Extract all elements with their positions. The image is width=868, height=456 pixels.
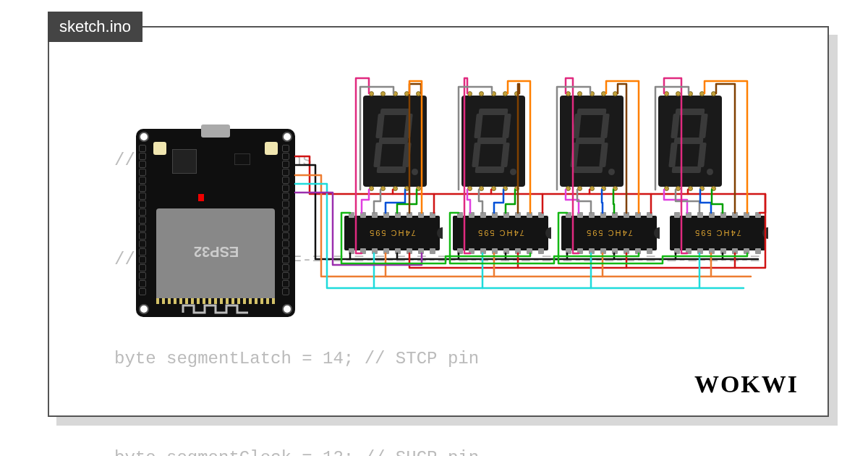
notch-icon xyxy=(545,227,551,239)
notch-icon xyxy=(654,227,660,239)
shift-register-1[interactable]: 74HC 595 xyxy=(344,216,440,250)
mount-hole-icon xyxy=(282,132,292,142)
ic-label: 74HC 595 xyxy=(694,229,741,237)
wokwi-logo: WOKWI xyxy=(694,371,799,398)
seven-segment-1[interactable] xyxy=(363,96,427,187)
pin-header-left[interactable] xyxy=(139,145,149,295)
seven-segment-4[interactable] xyxy=(658,96,722,187)
shield-edge-icon xyxy=(156,298,275,304)
esp32-board[interactable]: ESP32 xyxy=(136,129,295,317)
shift-register-3[interactable]: 74HC 595 xyxy=(561,216,657,250)
power-led-icon xyxy=(198,194,204,201)
usb-port-icon xyxy=(201,124,230,138)
seven-segment-2[interactable] xyxy=(461,96,525,187)
mount-hole-icon xyxy=(139,132,149,142)
notch-icon xyxy=(437,227,443,239)
boot-button[interactable] xyxy=(153,142,166,155)
mount-hole-icon xyxy=(282,304,292,314)
regulator-icon xyxy=(234,153,250,165)
shift-register-2[interactable]: 74HC 595 xyxy=(453,216,548,250)
main-card: //GPIO declarations //-=-=-=-=-=-=-=-=-=… xyxy=(48,26,829,417)
seven-segment-3[interactable] xyxy=(560,96,624,187)
notch-icon xyxy=(762,227,768,239)
code-line: byte segmentClock = 12; // SHCP pin xyxy=(114,442,760,456)
usb-chip-icon xyxy=(172,149,197,174)
mcu-label: ESP32 xyxy=(194,243,239,260)
shift-register-4[interactable]: 74HC 595 xyxy=(670,216,765,250)
reset-button[interactable] xyxy=(265,142,278,155)
file-tab[interactable]: sketch.ino xyxy=(48,12,142,42)
ic-label: 74HC 595 xyxy=(368,229,416,237)
file-tab-label: sketch.ino xyxy=(59,17,131,35)
ic-label: 74HC 595 xyxy=(477,229,524,237)
ic-label: 74HC 595 xyxy=(585,229,633,237)
antenna-icon xyxy=(179,304,252,314)
pin-header-right[interactable] xyxy=(282,145,292,295)
circuit-canvas[interactable]: ESP32 xyxy=(122,71,816,375)
mount-hole-icon xyxy=(139,304,149,314)
